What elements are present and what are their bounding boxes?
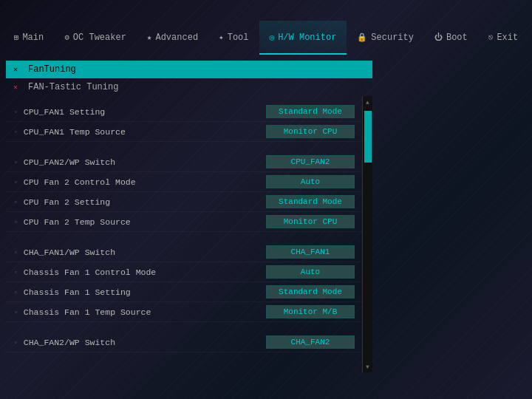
- setting-value-cpu-fan2-control[interactable]: Auto: [266, 175, 355, 188]
- setting-value-cha-fan2-switch[interactable]: CHA_FAN2: [266, 335, 355, 349]
- setting-row-cpu-fan1-setting[interactable]: CPU_FAN1 Setting Standard Mode: [6, 102, 362, 122]
- setting-value-chassis-fan1-control[interactable]: Auto: [266, 265, 355, 279]
- sidebar-section: ✕ FanTuning ✕ FAN-Tastic Tuning: [6, 61, 372, 96]
- setting-label-chassis-fan1-temp: Chassis Fan 1 Temp Source: [13, 307, 266, 317]
- setting-value-chassis-fan1-temp[interactable]: Monitor M/B: [266, 305, 355, 318]
- setting-row-chassis-fan1-temp[interactable]: Chassis Fan 1 Temp Source Monitor M/B: [6, 302, 362, 322]
- setting-label-cpu-fan2-switch: CPU_FAN2/WP Switch: [13, 157, 266, 167]
- setting-label-chassis-fan1-setting: Chassis Fan 1 Setting: [13, 287, 266, 297]
- setting-label-chassis-fan1-control: Chassis Fan 1 Control Mode: [13, 267, 266, 277]
- setting-row-cpu-fan1-temp[interactable]: CPU_FAN1 Temp Source Monitor CPU: [6, 122, 362, 142]
- nav-icon-security: 🔒: [357, 33, 367, 42]
- settings-scroll-container: CPU_FAN1 Setting Standard Mode CPU_FAN1 …: [6, 96, 372, 372]
- nav-label-exit: Exit: [497, 33, 518, 43]
- nav-icon-tool: ✦: [219, 33, 224, 42]
- setting-row-cha-fan2-switch[interactable]: CHA_FAN2/WP Switch CHA_FAN2: [6, 332, 362, 352]
- settings-list: CPU_FAN1 Setting Standard Mode CPU_FAN1 …: [6, 96, 362, 372]
- scrollbar-arrow-down[interactable]: ▼: [363, 361, 372, 372]
- setting-value-cpu-fan2-switch[interactable]: CPU_FAN2: [266, 155, 355, 168]
- left-panel: ✕ FanTuning ✕ FAN-Tastic Tuning CPU_FAN1…: [6, 61, 372, 372]
- nav-bar: ⊞Main⚙OC Tweaker★Advanced✦Tool◎H/W Monit…: [0, 21, 532, 55]
- nav-item-advanced[interactable]: ★Advanced: [137, 21, 208, 55]
- setting-value-cpu-fan1-temp[interactable]: Monitor CPU: [266, 125, 355, 138]
- nav-item-exit[interactable]: ⎋Exit: [478, 21, 528, 55]
- settings-group-4: CHA_FAN2/WP Switch CHA_FAN2: [6, 332, 362, 352]
- settings-group-2: CPU_FAN2/WP Switch CPU_FAN2 CPU Fan 2 Co…: [6, 152, 362, 232]
- nav-label-security: Security: [371, 33, 414, 43]
- sidebar-item-fan-tuning-label: FanTuning: [28, 64, 76, 75]
- setting-value-cha-fan1-switch[interactable]: CHA_FAN1: [266, 245, 355, 259]
- settings-group-3: CHA_FAN1/WP Switch CHA_FAN1 Chassis Fan …: [6, 242, 362, 322]
- nav-label-oc-tweaker: OC Tweaker: [73, 33, 126, 43]
- x-icon: ✕: [13, 65, 24, 74]
- setting-row-cpu-fan2-temp[interactable]: CPU Fan 2 Temp Source Monitor CPU: [6, 212, 362, 232]
- nav-icon-boot: ⏻: [434, 33, 443, 42]
- setting-value-cpu-fan2-temp[interactable]: Monitor CPU: [266, 215, 355, 228]
- nav-icon-main: ⊞: [14, 33, 19, 42]
- nav-label-hw-monitor: H/W Monitor: [278, 33, 336, 43]
- settings-group-1: CPU_FAN1 Setting Standard Mode CPU_FAN1 …: [6, 102, 362, 142]
- nav-item-tool[interactable]: ✦Tool: [208, 21, 259, 55]
- nav-icon-exit: ⎋: [488, 33, 494, 42]
- nav-item-main[interactable]: ⊞Main: [4, 21, 54, 55]
- setting-label-cha-fan1-switch: CHA_FAN1/WP Switch: [13, 248, 266, 257]
- scrollbar-arrow-up[interactable]: ▲: [363, 96, 372, 108]
- nav-label-boot: Boot: [446, 33, 468, 43]
- nav-icon-oc-tweaker: ⚙: [64, 33, 69, 42]
- setting-label-cha-fan2-switch: CHA_FAN2/WP Switch: [13, 338, 266, 347]
- scrollbar-thumb[interactable]: [364, 111, 372, 163]
- setting-value-cpu-fan1-setting[interactable]: Standard Mode: [266, 105, 355, 118]
- nav-label-advanced: Advanced: [155, 33, 198, 43]
- sidebar-item-fan-tastic[interactable]: ✕ FAN-Tastic Tuning: [6, 78, 372, 96]
- sidebar-item-fan-tastic-label: FAN-Tastic Tuning: [28, 82, 118, 92]
- setting-row-cpu-fan2-setting[interactable]: CPU Fan 2 Setting Standard Mode: [6, 192, 362, 212]
- setting-label-cpu-fan2-setting: CPU Fan 2 Setting: [13, 197, 266, 207]
- x-icon-2: ✕: [13, 83, 24, 92]
- nav-item-oc-tweaker[interactable]: ⚙OC Tweaker: [54, 21, 137, 55]
- setting-row-chassis-fan1-setting[interactable]: Chassis Fan 1 Setting Standard Mode: [6, 282, 362, 302]
- setting-label-cpu-fan2-temp: CPU Fan 2 Temp Source: [13, 217, 266, 227]
- nav-item-boot[interactable]: ⏻Boot: [424, 21, 478, 55]
- nav-label-main: Main: [22, 33, 44, 43]
- setting-row-cpu-fan2-control[interactable]: CPU Fan 2 Control Mode Auto: [6, 172, 362, 192]
- nav-item-security[interactable]: 🔒Security: [347, 21, 424, 55]
- nav-label-tool: Tool: [228, 33, 249, 43]
- setting-label-cpu-fan1-temp: CPU_FAN1 Temp Source: [13, 127, 266, 137]
- scrollbar[interactable]: ▲ ▼: [362, 96, 372, 372]
- setting-row-chassis-fan1-control[interactable]: Chassis Fan 1 Control Mode Auto: [6, 262, 362, 282]
- nav-item-hw-monitor[interactable]: ◎H/W Monitor: [259, 21, 347, 55]
- setting-value-chassis-fan1-setting[interactable]: Standard Mode: [266, 285, 355, 299]
- setting-label-cpu-fan2-control: CPU Fan 2 Control Mode: [13, 177, 266, 187]
- sidebar-item-fan-tuning[interactable]: ✕ FanTuning: [6, 61, 372, 78]
- setting-label-cpu-fan1-setting: CPU_FAN1 Setting: [13, 107, 266, 117]
- nav-icon-hw-monitor: ◎: [270, 33, 275, 42]
- nav-icon-advanced: ★: [147, 33, 152, 42]
- setting-value-cpu-fan2-setting[interactable]: Standard Mode: [266, 195, 355, 208]
- setting-row-cha-fan1-switch[interactable]: CHA_FAN1/WP Switch CHA_FAN1: [6, 242, 362, 262]
- setting-row-cpu-fan2-switch[interactable]: CPU_FAN2/WP Switch CPU_FAN2: [6, 152, 362, 172]
